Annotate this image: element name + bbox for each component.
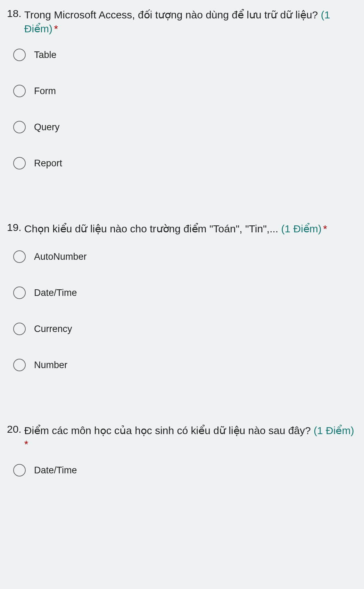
option-item[interactable]: Number xyxy=(13,359,357,371)
question-text-container: Điểm các môn học của học sinh có kiểu dữ… xyxy=(24,423,357,450)
required-marker: * xyxy=(323,223,327,234)
option-label: Currency xyxy=(34,324,72,334)
required-marker: * xyxy=(54,23,58,34)
options-container: Date/Time xyxy=(7,464,357,476)
points-text: (1 Điểm) xyxy=(281,223,322,234)
radio-button[interactable] xyxy=(13,85,26,97)
question-text-container: Trong Microsoft Access, đối tượng nào dù… xyxy=(24,7,357,35)
options-container: Table Form Query Report xyxy=(7,49,357,169)
radio-button[interactable] xyxy=(13,359,26,371)
radio-button[interactable] xyxy=(13,323,26,335)
question-header: 20. Điểm các môn học của học sinh có kiể… xyxy=(7,423,357,450)
question-number: 18. xyxy=(7,7,22,19)
option-label: Number xyxy=(34,360,67,371)
option-label: AutoNumber xyxy=(34,251,87,262)
option-item[interactable]: Date/Time xyxy=(13,287,357,299)
option-label: Date/Time xyxy=(34,465,77,476)
required-marker: * xyxy=(24,438,28,450)
question-text-container: Chọn kiểu dữ liệu nào cho trường điểm "T… xyxy=(24,221,357,237)
question-number: 20. xyxy=(7,423,22,435)
option-label: Date/Time xyxy=(34,288,77,298)
question-19: 19. Chọn kiểu dữ liệu nào cho trường điể… xyxy=(0,214,364,416)
question-header: 18. Trong Microsoft Access, đối tượng nà… xyxy=(7,7,357,35)
option-label: Report xyxy=(34,158,62,169)
option-label: Form xyxy=(34,86,56,97)
option-label: Query xyxy=(34,122,60,133)
option-label: Table xyxy=(34,50,57,60)
question-20: 20. Điểm các môn học của học sinh có kiể… xyxy=(0,416,364,521)
radio-button[interactable] xyxy=(13,49,26,61)
radio-button[interactable] xyxy=(13,157,26,169)
question-number: 19. xyxy=(7,221,22,233)
option-item[interactable]: Form xyxy=(13,85,357,97)
radio-button[interactable] xyxy=(13,464,26,476)
option-item[interactable]: Date/Time xyxy=(13,464,357,476)
radio-button[interactable] xyxy=(13,250,26,263)
question-text: Chọn kiểu dữ liệu nào cho trường điểm "T… xyxy=(24,223,281,234)
points-text: (1 Điểm) xyxy=(314,425,354,436)
radio-button[interactable] xyxy=(13,121,26,133)
radio-button[interactable] xyxy=(13,287,26,299)
option-item[interactable]: AutoNumber xyxy=(13,250,357,263)
question-text: Điểm các môn học của học sinh có kiểu dữ… xyxy=(24,425,314,436)
question-18: 18. Trong Microsoft Access, đối tượng nà… xyxy=(0,0,364,214)
option-item[interactable]: Currency xyxy=(13,323,357,335)
option-item[interactable]: Report xyxy=(13,157,357,169)
option-item[interactable]: Table xyxy=(13,49,357,61)
question-header: 19. Chọn kiểu dữ liệu nào cho trường điể… xyxy=(7,221,357,237)
option-item[interactable]: Query xyxy=(13,121,357,133)
options-container: AutoNumber Date/Time Currency Number xyxy=(7,250,357,371)
question-text: Trong Microsoft Access, đối tượng nào dù… xyxy=(24,9,321,20)
